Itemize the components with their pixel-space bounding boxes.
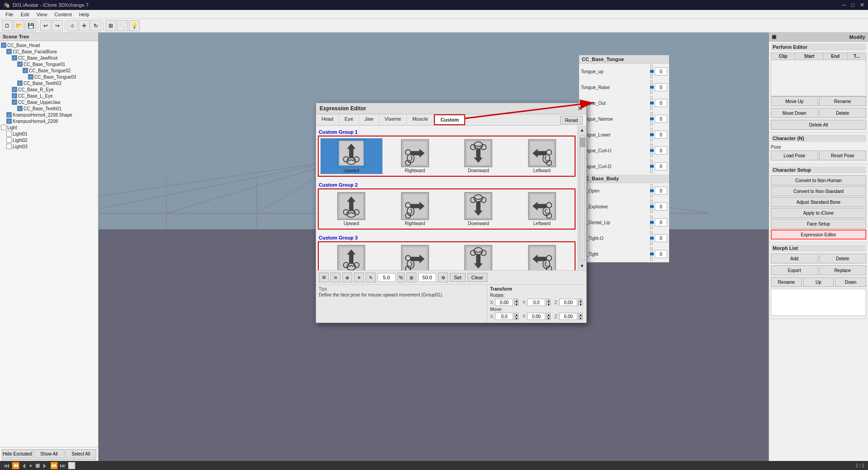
slider-value-3[interactable] (655, 115, 667, 123)
save-btn[interactable]: 💾 (25, 20, 36, 31)
select-all-btn[interactable]: Select All (66, 449, 96, 458)
open-btn[interactable]: 📂 (14, 20, 24, 31)
tree-item-15[interactable]: Light02 (1, 137, 97, 143)
light-btn[interactable]: 💡 (129, 20, 140, 31)
gesture-item-1-3[interactable]: Leftward (511, 191, 573, 227)
slider-track-3[interactable] (650, 231, 653, 245)
z-rotate-up[interactable]: ▲ (578, 299, 583, 302)
x-move-input[interactable] (495, 313, 513, 320)
slider-value-0[interactable] (655, 67, 667, 75)
morph-export-btn[interactable]: Export (771, 265, 818, 275)
menu-edit[interactable]: Edit (17, 12, 33, 17)
z-move-down[interactable]: ▼ (578, 316, 583, 320)
gesture-item-2-2[interactable]: Downward (448, 244, 509, 270)
tree-item-14[interactable]: Light01 (1, 131, 97, 137)
tab-custom[interactable]: Custom (434, 114, 465, 125)
z-rotate-spin[interactable]: ▲ ▼ (578, 299, 583, 306)
tool-edit[interactable]: ✎ (366, 273, 376, 282)
tree-item-13[interactable]: Light (1, 124, 97, 131)
rotate-btn[interactable]: ↻ (90, 20, 101, 31)
tree-item-0[interactable]: ✓ CC_Base_Head (1, 42, 97, 48)
tab-jaw[interactable]: Jaw (359, 114, 379, 125)
gesture-item-2-0[interactable]: Upward (321, 244, 382, 270)
bone-btn[interactable]: 🦴 (117, 20, 128, 31)
slider-value-6[interactable] (655, 162, 667, 170)
tree-checkbox-6[interactable]: ✓ (17, 80, 23, 86)
undo-btn[interactable]: ↩ (40, 20, 51, 31)
gesture-item-2-1[interactable]: Rightward (384, 244, 446, 270)
slider-value-4[interactable] (655, 131, 667, 139)
slider-track-2[interactable] (650, 216, 653, 229)
z-rotate-down[interactable]: ▼ (578, 302, 583, 306)
slider-track-1[interactable] (650, 200, 653, 213)
minimize-btn[interactable]: ─ (842, 2, 846, 8)
tree-item-8[interactable]: ✓ CC_Base_L_Eye (1, 93, 97, 99)
gesture-item-0-3[interactable]: Leftward (511, 138, 573, 174)
gesture-item-0-1[interactable]: Rightward (384, 138, 446, 174)
tab-eye[interactable]: Eye (339, 114, 359, 125)
show-all-btn[interactable]: Show All (33, 449, 64, 458)
strength-input[interactable] (377, 273, 396, 282)
reset-btn[interactable]: Reset (560, 116, 583, 125)
move-up-btn[interactable]: Move Up (771, 96, 818, 106)
slider-value-0[interactable] (655, 187, 667, 195)
gesture-item-2-3[interactable]: Leftward (511, 244, 573, 270)
menu-help[interactable]: Help (75, 12, 93, 17)
y-move-down[interactable]: ▼ (546, 316, 551, 320)
convert-non-standard-btn[interactable]: Convert to Non-Standard (771, 186, 866, 196)
tree-item-11[interactable]: ✓ KrampusHorns4_2208.Shape (1, 112, 97, 118)
scroll-up[interactable]: ▲ (578, 126, 586, 134)
slider-track-6[interactable] (650, 160, 653, 173)
tree-item-4[interactable]: ✓ CC_Base_Tongue02 (1, 67, 97, 74)
tree-item-10[interactable]: ✓ CC_Base_Teeth01 (1, 105, 97, 112)
x-move-down[interactable]: ▼ (514, 316, 519, 320)
tool-gear[interactable]: ⚙ (438, 273, 448, 282)
tree-checkbox-11[interactable]: ✓ (6, 112, 12, 118)
delete-all-btn[interactable]: Delete All (771, 120, 866, 130)
tree-checkbox-4[interactable]: ✓ (23, 68, 28, 73)
slider-track-5[interactable] (650, 144, 653, 157)
move-btn[interactable]: ✛ (79, 20, 90, 31)
z-move-input[interactable] (559, 313, 577, 320)
title-bar-controls[interactable]: ─ □ ✕ (842, 2, 864, 8)
gesture-item-0-0[interactable]: Upward (321, 138, 382, 174)
tab-muscle[interactable]: Muscle (407, 114, 434, 125)
play-controls[interactable]: ⏮ ⏪ ⏴ ▶ ⏹ ⏵ ⏩ ⏭ ⬜ (4, 462, 75, 469)
select-btn[interactable]: ⊹ (67, 20, 78, 31)
tool-paste[interactable]: ⧈ (330, 273, 340, 282)
slider-track-4[interactable] (650, 128, 653, 141)
tab-head[interactable]: Head (316, 114, 339, 125)
x-rotate-up[interactable]: ▲ (514, 299, 519, 302)
z-rotate-input[interactable] (559, 299, 577, 306)
face-setup-btn[interactable]: Face Setup (771, 219, 866, 229)
tree-checkbox-15[interactable] (6, 137, 12, 143)
tool-options[interactable]: ⊞ (406, 273, 416, 282)
slider-value-1[interactable] (655, 202, 667, 211)
slider-value-1[interactable] (655, 83, 667, 91)
tree-item-3[interactable]: ✓ CC_Base_Tongue01 (1, 61, 97, 67)
expression-editor-btn[interactable]: Expression Editor (771, 230, 866, 240)
x-move-spin[interactable]: ▲ ▼ (514, 313, 519, 320)
tree-item-2[interactable]: ✓ CC_Base_JawRoot (1, 55, 97, 61)
z-move-up[interactable]: ▲ (578, 313, 583, 316)
grid-btn[interactable]: ⊞ (105, 20, 116, 31)
menu-file[interactable]: File (2, 12, 17, 17)
tree-checkbox-1[interactable]: ✓ (6, 49, 12, 54)
tree-checkbox-3[interactable]: ✓ (17, 61, 23, 67)
y-rotate-spin[interactable]: ▲ ▼ (546, 299, 551, 306)
tree-checkbox-12[interactable]: ✓ (6, 118, 12, 124)
gesture-item-0-2[interactable]: Downward (448, 138, 509, 174)
gesture-item-1-0[interactable]: Upward (321, 191, 382, 227)
viewport[interactable]: Render: Quick Shader Visible Faces Count… (99, 33, 769, 470)
slider-track-4[interactable] (650, 247, 653, 261)
set-btn[interactable]: Set (450, 273, 466, 282)
tree-checkbox-10[interactable]: ✓ (17, 106, 23, 111)
y-rotate-down[interactable]: ▼ (546, 302, 551, 306)
apply-iclone-btn[interactable]: Apply to iClone (771, 208, 866, 218)
new-btn[interactable]: 🗋 (2, 20, 13, 31)
tree-item-16[interactable]: Light03 (1, 143, 97, 150)
slider-value-5[interactable] (655, 146, 667, 155)
y-move-input[interactable] (527, 313, 545, 320)
morph-add-btn[interactable]: Add (771, 254, 818, 263)
slider-value-2[interactable] (655, 218, 667, 226)
